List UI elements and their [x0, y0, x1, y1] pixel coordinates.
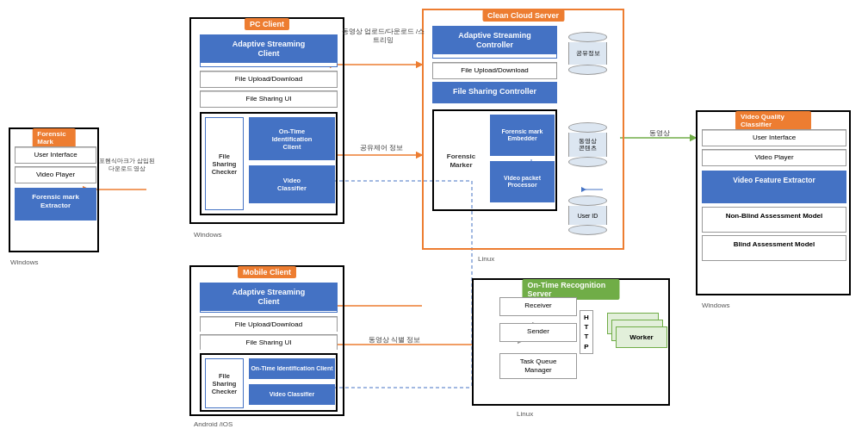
forensic-video-player: Video Player: [15, 166, 96, 183]
forensic-marker-container: ForensicMarker Forensic markEmbedder Vid…: [432, 109, 557, 211]
worker-label-3: Worker: [629, 333, 653, 341]
linux1-label: Linux: [478, 255, 494, 263]
pc-streaming-client: Adaptive StreamingClient: [200, 34, 338, 67]
vq-user-interface: User Interface: [702, 129, 846, 146]
windows2-label: Windows: [10, 258, 38, 266]
pc-file-sharing-ui: File Sharing UI: [200, 90, 338, 108]
video-quality-label: Video Quality Classifier: [735, 111, 811, 130]
user-id-label: User ID: [578, 213, 598, 219]
forensic-extractor: Forensic markExtractor: [15, 188, 96, 221]
linux2-label: Linux: [517, 410, 533, 418]
forensic-ui-label: User Interface: [16, 147, 96, 162]
receiver-box: Receiver: [499, 297, 577, 316]
sender-label: Sender: [500, 324, 576, 339]
pc-file-upload-label: File Upload/Download: [201, 71, 337, 86]
task-queue-box: Task QueueManager: [499, 353, 577, 379]
diagram: PC Client Adaptive StreamingClient File …: [0, 0, 868, 435]
pc-file-upload: File Upload/Download: [200, 71, 338, 88]
video-packet-processor-label: Video packetProcessor: [504, 175, 541, 190]
vq-blind: Blind Assessment Model: [702, 235, 846, 261]
mobile-file-sharing-ui-label: File Sharing UI: [201, 335, 337, 350]
vq-video-player-label: Video Player: [703, 150, 846, 165]
cloud-file-upload: File Upload/Download: [432, 62, 557, 79]
vq-feature-extractor-label: Video Feature Extractor: [703, 171, 846, 189]
shared-info-label: 공유정보: [576, 49, 600, 58]
mobile-ontime-id-label: On-Time Identification Client: [251, 365, 332, 372]
video-quality-container: Video Quality Classifier User Interface …: [696, 110, 851, 295]
mobile-file-sharing-checker-label: FileSharingChecker: [212, 372, 238, 395]
arrow-label-upload: 동영상 업로드/다운로드 /스트리밍: [340, 28, 426, 45]
mobile-file-sharing-ui: File Sharing UI: [200, 334, 338, 350]
mobile-client-label: Mobile Client: [238, 266, 296, 278]
clean-cloud-container: Clean Cloud Server Adaptive StreamingCon…: [422, 9, 624, 250]
user-id-cylinder: User ID: [564, 196, 611, 239]
video-contents-cylinder: 동영상콘텐츠: [564, 122, 611, 170]
pc-file-sharing-checker-label: FileSharingChecker: [212, 152, 238, 176]
forensic-checker-container: Forensic Mark Checker User Interface Vid…: [9, 127, 99, 252]
clean-cloud-label: Clean Cloud Server: [482, 9, 564, 22]
cloud-file-sharing-ctrl-label: File Sharing Controller: [433, 83, 556, 100]
vq-video-player: Video Player: [702, 149, 846, 166]
pc-video-classifier-label: VideoClassifier: [277, 177, 307, 192]
pc-client-label: PC Client: [245, 18, 289, 30]
receiver-label: Receiver: [500, 298, 576, 313]
mobile-streaming-title: Adaptive StreamingClient: [201, 283, 337, 311]
vq-non-blind: Non-Blind Assessment Model: [702, 207, 846, 233]
pc-file-sharing-checker: FileSharingChecker On-TimeIdentification…: [200, 112, 338, 215]
cloud-file-upload-label: File Upload/Download: [433, 63, 556, 78]
shared-info-cylinder: 공유정보: [564, 32, 611, 75]
arrow-label-forensic-dl: 포헨식마크가 삽입된 다운로드 영상: [99, 157, 155, 172]
pc-client-container: PC Client Adaptive StreamingClient File …: [189, 17, 344, 224]
task-queue-label: Task QueueManager: [500, 354, 576, 379]
arrow-label-video: 동영상: [625, 129, 694, 138]
windows-label-pc: Windows: [194, 231, 221, 239]
cloud-streaming-ctrl: Adaptive StreamingController: [432, 26, 557, 59]
pc-streaming-title: Adaptive StreamingClient: [201, 35, 337, 63]
forensic-marker-label: ForensicMarker: [447, 152, 475, 169]
worker-box-3: Worker: [616, 326, 667, 348]
cloud-file-sharing-ctrl: File Sharing Controller: [432, 82, 557, 103]
windows3-label: Windows: [702, 301, 729, 309]
vq-blind-label: Blind Assessment Model: [703, 236, 846, 252]
forensic-video-player-label: Video Player: [16, 167, 96, 182]
forensic-user-interface: User Interface: [15, 146, 96, 164]
video-contents-label: 동영상콘텐츠: [579, 138, 597, 152]
vq-non-blind-label: Non-Blind Assessment Model: [703, 208, 846, 224]
vq-feature-extractor: Video Feature Extractor: [702, 171, 846, 203]
vq-ui-label: User Interface: [703, 130, 846, 145]
mobile-file-upload-label: File Upload/Download: [201, 317, 337, 332]
pc-file-sharing-ui-label: File Sharing UI: [201, 91, 337, 106]
forensic-extractor-label: Forensic markExtractor: [16, 189, 96, 214]
mobile-file-sharing-checker: FileSharingChecker On-Time Identificatio…: [200, 353, 338, 412]
forensic-embedder-label: Forensic markEmbedder: [502, 128, 543, 143]
sender-box: Sender: [499, 323, 577, 342]
mobile-video-classifier-label: Video Classifier: [270, 391, 314, 398]
mobile-file-upload: File Upload/Download: [200, 316, 338, 332]
android-label: Android /iOS: [194, 420, 232, 428]
ontime-server-container: On-Time Recognition Server Receiver Send…: [472, 278, 670, 406]
arrow-label-video-id: 동영상 식별 정보: [356, 336, 433, 345]
pc-ontime-id-label: On-TimeIdentificationClient: [272, 127, 313, 151]
mobile-client-container: Mobile Client Adaptive StreamingClient F…: [189, 265, 344, 416]
arrow-label-share: 공유제어 정보: [338, 144, 425, 152]
http-label: HTTP: [580, 310, 593, 354]
mobile-streaming-client: Adaptive StreamingClient: [200, 283, 338, 313]
cloud-ctrl-title: Adaptive StreamingController: [433, 27, 556, 54]
